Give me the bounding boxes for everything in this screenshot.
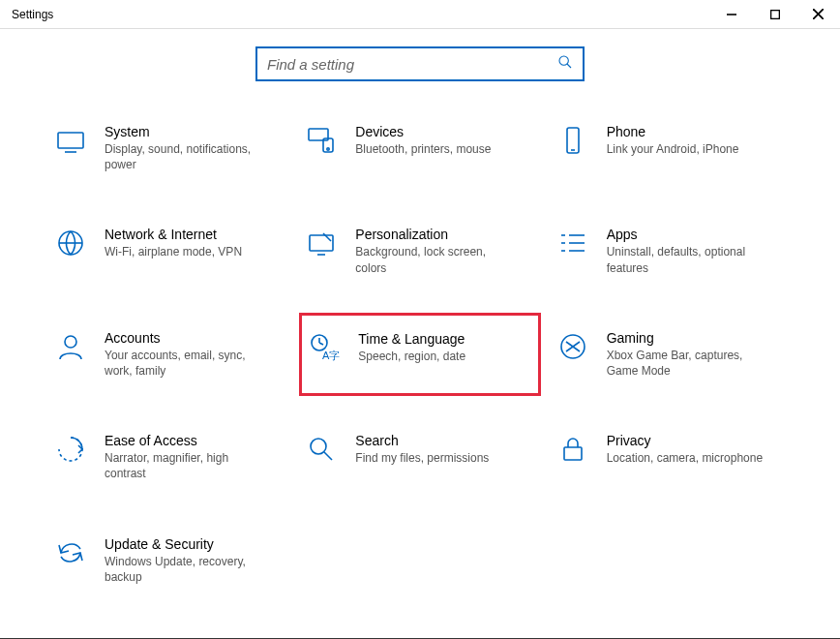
gaming-icon — [556, 330, 589, 363]
category-title: Time & Language — [358, 331, 465, 347]
svg-point-30 — [311, 439, 326, 454]
system-icon — [54, 124, 87, 157]
window-controls — [709, 0, 840, 29]
category-system[interactable]: System Display, sound, notifications, po… — [48, 120, 289, 176]
privacy-icon — [556, 433, 589, 466]
category-title: Accounts — [105, 330, 269, 346]
category-gaming[interactable]: Gaming Xbox Game Bar, captures, Game Mod… — [551, 326, 792, 382]
search-input[interactable] — [267, 56, 538, 73]
svg-rect-15 — [310, 235, 333, 251]
category-time-language[interactable]: A字 Time & Language Speech, region, date — [299, 313, 540, 396]
svg-point-4 — [559, 56, 568, 65]
category-personalization[interactable]: Personalization Background, lock screen,… — [299, 223, 540, 279]
category-update-security[interactable]: Update & Security Windows Update, recove… — [48, 532, 289, 589]
category-network[interactable]: Network & Internet Wi-Fi, airplane mode,… — [48, 223, 289, 279]
category-apps[interactable]: Apps Uninstall, defaults, optional featu… — [551, 223, 792, 279]
minimize-button[interactable] — [709, 0, 753, 29]
category-desc: Xbox Game Bar, captures, Game Mode — [607, 348, 771, 379]
category-desc: Display, sound, notifications, power — [105, 141, 269, 172]
category-desc: Your accounts, email, sync, work, family — [105, 348, 269, 379]
personalization-icon — [305, 227, 338, 259]
category-desc: Find my files, permissions — [355, 450, 489, 466]
phone-icon — [556, 124, 589, 157]
search-box[interactable] — [255, 46, 585, 81]
category-title: Network & Internet — [105, 227, 242, 242]
category-title: Update & Security — [105, 536, 269, 552]
svg-rect-6 — [58, 133, 83, 148]
category-desc: Wi-Fi, airplane mode, VPN — [105, 244, 242, 259]
svg-point-10 — [327, 148, 329, 150]
category-desc: Speech, region, date — [358, 349, 465, 364]
category-privacy[interactable]: Privacy Location, camera, microphone — [551, 429, 792, 485]
category-desc: Bluetooth, printers, mouse — [355, 141, 491, 157]
category-accounts[interactable]: Accounts Your accounts, email, sync, wor… — [48, 326, 289, 382]
titlebar: Settings — [0, 0, 840, 29]
category-desc: Windows Update, recovery, backup — [105, 554, 269, 585]
category-title: Search — [355, 433, 489, 448]
search-icon — [557, 54, 573, 74]
category-phone[interactable]: Phone Link your Android, iPhone — [551, 120, 792, 176]
svg-line-27 — [319, 343, 323, 345]
svg-rect-32 — [564, 447, 582, 460]
category-desc: Uninstall, defaults, optional features — [607, 244, 771, 275]
update-icon — [54, 536, 87, 569]
svg-line-16 — [323, 233, 331, 241]
category-devices[interactable]: Devices Bluetooth, printers, mouse — [299, 120, 540, 176]
category-desc: Narrator, magnifier, high contrast — [105, 450, 269, 481]
svg-rect-11 — [567, 128, 579, 153]
category-title: System — [105, 124, 269, 139]
svg-text:A字: A字 — [322, 350, 340, 361]
category-title: Privacy — [607, 433, 763, 448]
svg-point-24 — [65, 336, 76, 348]
close-button[interactable] — [796, 0, 840, 29]
maximize-button[interactable] — [753, 0, 796, 29]
category-desc: Link your Android, iPhone — [607, 141, 739, 157]
category-desc: Location, camera, microphone — [607, 450, 763, 466]
category-title: Phone — [607, 124, 739, 139]
search-category-icon — [305, 433, 338, 466]
category-title: Gaming — [607, 330, 771, 346]
apps-icon — [556, 227, 589, 259]
devices-icon — [305, 124, 338, 157]
category-title: Devices — [355, 124, 491, 139]
globe-icon — [54, 227, 87, 259]
svg-rect-1 — [770, 10, 779, 18]
category-title: Apps — [607, 227, 771, 242]
category-search[interactable]: Search Find my files, permissions — [299, 429, 540, 485]
time-language-icon: A字 — [308, 331, 341, 364]
category-title: Ease of Access — [105, 433, 269, 448]
window-title: Settings — [12, 8, 53, 21]
ease-of-access-icon — [54, 433, 87, 466]
settings-grid: System Display, sound, notifications, po… — [0, 91, 840, 598]
search-wrap — [0, 29, 840, 91]
category-title: Personalization — [355, 227, 520, 242]
svg-line-31 — [324, 452, 332, 460]
svg-line-5 — [567, 64, 571, 68]
category-ease-of-access[interactable]: Ease of Access Narrator, magnifier, high… — [48, 429, 289, 485]
accounts-icon — [54, 330, 87, 363]
category-desc: Background, lock screen, colors — [355, 244, 520, 275]
